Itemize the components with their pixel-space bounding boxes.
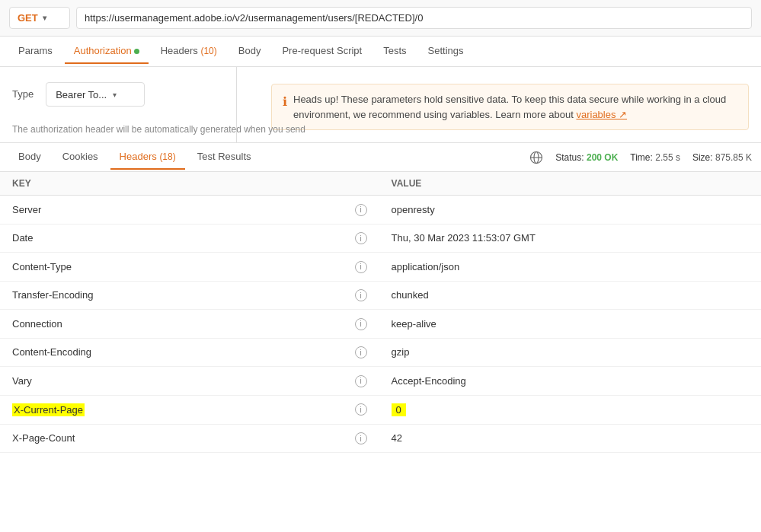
header-key: X-Current-Page <box>0 395 343 424</box>
info-circle-icon[interactable]: i <box>355 204 367 216</box>
header-value: openresty <box>379 196 761 225</box>
auth-section: Type Bearer To... ▾ ℹ Heads up! These pa… <box>0 67 761 143</box>
response-status-info: Status: 200 OK Time: 2.55 s Size: 875.85… <box>529 151 752 164</box>
header-value: 0 <box>379 395 761 424</box>
bearer-type-dropdown[interactable]: Bearer To... ▾ <box>46 82 145 107</box>
info-icon-cell: i <box>343 310 379 339</box>
chevron-icon: ▾ <box>113 91 117 99</box>
table-row: Transfer-Encodingichunked <box>0 281 761 310</box>
header-value: gzip <box>379 338 761 367</box>
table-row: DateiThu, 30 Mar 2023 11:53:07 GMT <box>0 224 761 253</box>
info-icon-cell: i <box>343 367 379 396</box>
table-row: X-Page-Sizei2000 <box>0 453 761 462</box>
info-icon: ℹ <box>283 93 287 111</box>
info-circle-icon[interactable]: i <box>355 461 367 462</box>
tab-params[interactable]: Params <box>9 39 62 64</box>
info-circle-icon[interactable]: i <box>355 346 367 358</box>
tab-prerequest[interactable]: Pre-request Script <box>273 39 371 64</box>
info-icon-cell: i <box>343 338 379 367</box>
table-header-row: KEY VALUE <box>0 172 761 196</box>
table-row: Content-Typeiapplication/json <box>0 253 761 282</box>
info-icon-cell: i <box>343 281 379 310</box>
resp-tab-headers[interactable]: Headers (18) <box>110 145 185 170</box>
header-key: Content-Encoding <box>0 338 343 367</box>
header-value: 42 <box>379 424 761 453</box>
header-key: Date <box>0 224 343 253</box>
info-circle-icon[interactable]: i <box>355 375 367 387</box>
info-circle-icon[interactable]: i <box>355 403 367 416</box>
info-icon-cell: i <box>343 453 379 462</box>
info-panel: ℹ Heads up! These parameters hold sensit… <box>271 79 749 130</box>
header-key: X-Page-Count <box>0 424 343 453</box>
table-row: Serveriopenresty <box>0 196 761 225</box>
variables-link[interactable]: variables ↗ <box>576 109 627 120</box>
status-value: 200 OK <box>587 152 618 163</box>
headers-table: KEY VALUE ServeriopenrestyDateiThu, 30 M… <box>0 172 761 461</box>
resp-tab-cookies[interactable]: Cookies <box>53 145 107 170</box>
response-tabs: Body Cookies Headers (18) Test Results S… <box>0 143 761 172</box>
info-circle-icon[interactable]: i <box>355 318 367 330</box>
resp-tab-body[interactable]: Body <box>9 145 50 170</box>
type-label: Type <box>12 82 34 100</box>
header-key: Content-Type <box>0 253 343 282</box>
header-key: Server <box>0 196 343 225</box>
method-dropdown[interactable]: GET ▾ <box>9 7 70 29</box>
header-key: Transfer-Encoding <box>0 281 343 310</box>
header-key: Connection <box>0 310 343 339</box>
table-row: Connectionikeep-alive <box>0 310 761 339</box>
info-circle-icon[interactable]: i <box>355 261 367 273</box>
header-value: keep-alive <box>379 310 761 339</box>
tab-headers[interactable]: Headers (10) <box>152 39 226 64</box>
headers-table-container: KEY VALUE ServeriopenrestyDateiThu, 30 M… <box>0 172 761 461</box>
info-circle-icon[interactable]: i <box>355 432 367 444</box>
header-value: 2000 <box>379 453 761 462</box>
time-label: Time: 2.55 s <box>630 152 680 163</box>
request-tabs: Params Authorization Headers (10) Body P… <box>0 37 761 67</box>
table-row: VaryiAccept-Encoding <box>0 367 761 396</box>
info-icon-cell: i <box>343 196 379 225</box>
header-value: Accept-Encoding <box>379 367 761 396</box>
size-value: 875.85 K <box>715 152 752 163</box>
table-row: Content-Encodingigzip <box>0 338 761 367</box>
table-row: X-Current-Pagei0 <box>0 395 761 424</box>
time-value: 2.55 s <box>655 152 680 163</box>
tab-settings[interactable]: Settings <box>419 39 473 64</box>
info-circle-icon[interactable]: i <box>355 289 367 301</box>
globe-icon <box>529 151 543 164</box>
sub-label-container: The authorization header will be automat… <box>12 123 761 135</box>
info-text: Heads up! These parameters hold sensitiv… <box>293 92 737 122</box>
header-value: chunked <box>379 281 761 310</box>
info-circle-icon[interactable]: i <box>355 232 367 244</box>
url-bar: GET ▾ <box>0 0 761 37</box>
info-icon-cell: i <box>343 395 379 424</box>
bearer-label: Bearer To... <box>56 89 107 100</box>
auth-sub-label: The authorization header will be automat… <box>12 124 305 135</box>
active-dot <box>134 49 139 54</box>
method-label: GET <box>18 12 38 24</box>
header-value: Thu, 30 Mar 2023 11:53:07 GMT <box>379 224 761 253</box>
col-key: KEY <box>0 172 343 196</box>
tab-body[interactable]: Body <box>229 39 270 64</box>
resp-tab-testresults[interactable]: Test Results <box>188 145 261 170</box>
col-value: VALUE <box>379 172 761 196</box>
chevron-down-icon: ▾ <box>43 14 46 22</box>
info-icon-cell: i <box>343 424 379 453</box>
tab-tests[interactable]: Tests <box>374 39 415 64</box>
header-key: Vary <box>0 367 343 396</box>
status-label: Status: 200 OK <box>555 152 618 163</box>
table-row: X-Page-Counti42 <box>0 424 761 453</box>
header-value: application/json <box>379 253 761 282</box>
tab-authorization[interactable]: Authorization <box>65 39 149 64</box>
header-key: X-Page-Size <box>0 453 343 462</box>
url-input[interactable] <box>76 7 752 29</box>
col-icon <box>343 172 379 196</box>
info-icon-cell: i <box>343 253 379 282</box>
size-label: Size: 875.85 K <box>692 152 752 163</box>
info-icon-cell: i <box>343 224 379 253</box>
